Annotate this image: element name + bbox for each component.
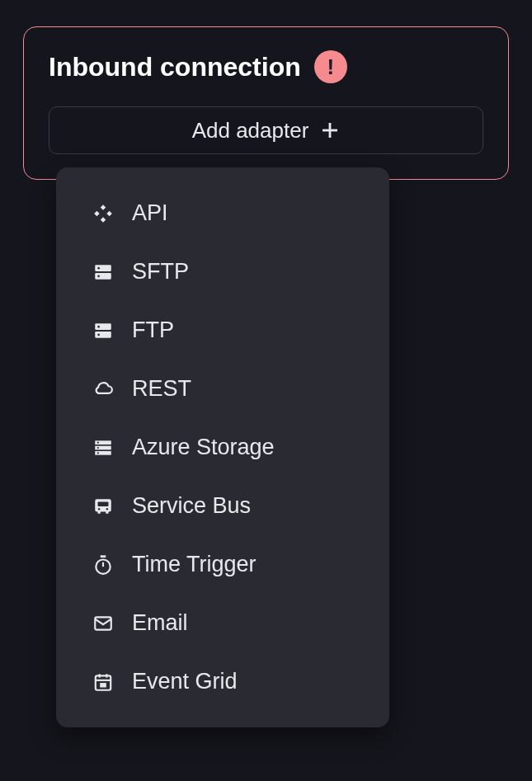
inbound-connection-card: Inbound connection ! Add adapter [23,26,509,180]
server-icon [92,261,114,283]
menu-item-label: SFTP [132,259,189,285]
svg-point-15 [97,452,99,454]
svg-point-9 [97,333,100,336]
adapter-dropdown: API SFTP FTP REST [56,167,389,727]
menu-item-ftp[interactable]: FTP [56,301,389,360]
menu-item-sftp[interactable]: SFTP [56,242,389,301]
storage-icon [92,437,114,459]
card-title: Inbound connection [49,52,301,82]
menu-item-label: API [132,200,168,226]
svg-rect-16 [98,501,109,506]
menu-item-label: Time Trigger [132,552,257,577]
cloud-icon [92,379,114,400]
menu-item-event-grid[interactable]: Event Grid [56,652,389,711]
add-adapter-button[interactable]: Add adapter [49,106,483,154]
timer-icon [92,554,114,576]
menu-item-time-trigger[interactable]: Time Trigger [56,535,389,594]
menu-item-label: FTP [132,318,174,343]
menu-item-azure-storage[interactable]: Azure Storage [56,418,389,477]
svg-point-17 [98,508,100,510]
api-icon [92,203,114,224]
svg-rect-6 [95,323,111,330]
bus-icon [92,496,114,517]
calendar-icon [92,671,114,693]
menu-item-label: Service Bus [132,493,251,519]
plus-icon [320,120,340,140]
menu-item-service-bus[interactable]: Service Bus [56,477,389,535]
svg-point-5 [97,275,100,277]
menu-item-api[interactable]: API [56,184,389,242]
svg-point-14 [97,446,99,448]
svg-point-18 [106,508,108,510]
server-icon [92,320,114,341]
card-header: Inbound connection ! [49,50,483,83]
svg-point-13 [97,441,99,443]
add-adapter-label: Add adapter [192,118,309,143]
menu-item-label: REST [132,376,191,402]
svg-rect-2 [95,265,111,271]
menu-item-label: Azure Storage [132,435,275,460]
svg-point-8 [97,325,100,327]
menu-item-label: Email [132,610,188,636]
menu-item-rest[interactable]: REST [56,360,389,418]
warning-icon: ! [314,50,347,83]
svg-rect-3 [95,273,111,280]
svg-rect-7 [95,332,111,338]
svg-point-4 [97,266,100,269]
email-icon [92,613,114,634]
menu-item-label: Event Grid [132,669,238,694]
svg-rect-27 [100,683,106,687]
menu-item-email[interactable]: Email [56,594,389,652]
